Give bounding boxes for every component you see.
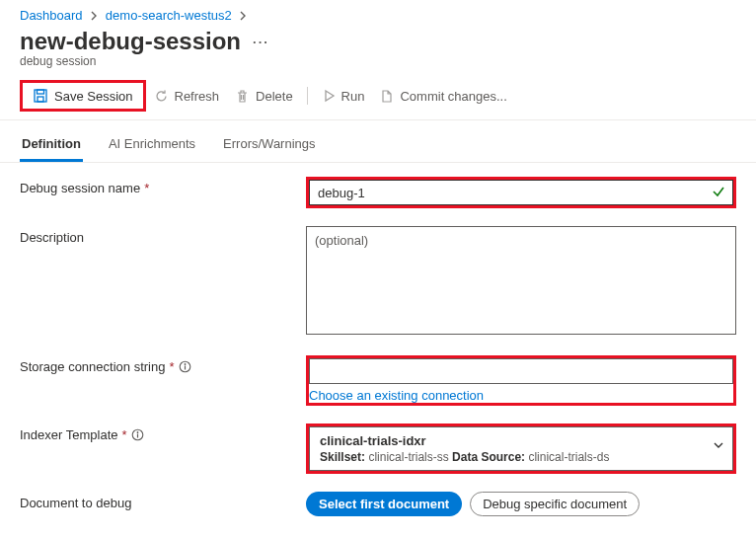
refresh-icon [154, 89, 169, 104]
description-input[interactable] [306, 226, 736, 335]
more-button[interactable]: ··· [253, 35, 269, 49]
refresh-label: Refresh [175, 89, 220, 104]
tab-errors-warnings[interactable]: Errors/Warnings [221, 130, 317, 162]
page-title: new-debug-session [20, 29, 241, 54]
skillset-label: Skillset: [320, 450, 365, 464]
select-first-document-button[interactable]: Select first document [306, 492, 462, 516]
breadcrumb-root[interactable]: Dashboard [20, 8, 83, 23]
breadcrumb-current[interactable]: demo-search-westus2 [106, 8, 232, 23]
highlight-indexer: clinical-trials-idxr Skillset: clinical-… [306, 424, 736, 474]
page-subtitle: debug session [0, 54, 756, 76]
breadcrumb: Dashboard demo-search-westus2 [0, 0, 756, 27]
chevron-right-icon [86, 8, 102, 23]
toolbar-separator [307, 87, 308, 105]
check-icon [712, 185, 725, 201]
skillset-value: clinical-trials-ss [368, 450, 448, 464]
play-icon [322, 89, 336, 103]
highlight-storage: Choose an existing connection [306, 355, 736, 406]
description-label: Description [20, 230, 84, 245]
required-icon: * [144, 181, 149, 195]
chevron-down-icon [713, 439, 724, 454]
commit-label: Commit changes... [400, 89, 506, 104]
storage-input[interactable] [309, 358, 733, 384]
run-label: Run [341, 89, 365, 104]
svg-rect-0 [35, 90, 46, 102]
svg-rect-5 [184, 366, 185, 370]
info-icon[interactable] [131, 428, 144, 441]
storage-label: Storage connection string [20, 359, 165, 374]
tab-definition[interactable]: Definition [20, 130, 83, 162]
refresh-button[interactable]: Refresh [146, 85, 228, 108]
delete-button[interactable]: Delete [227, 85, 301, 108]
toolbar: Save Session Refresh Delete Run Commit c… [0, 76, 756, 120]
save-icon [33, 88, 48, 104]
run-button[interactable]: Run [314, 85, 373, 108]
svg-rect-1 [38, 90, 44, 94]
save-button[interactable]: Save Session [25, 84, 141, 108]
svg-point-4 [184, 363, 186, 365]
datasource-value: clinical-trials-ds [528, 450, 609, 464]
name-label: Debug session name [20, 181, 140, 195]
delete-label: Delete [256, 89, 293, 104]
svg-point-7 [136, 431, 138, 433]
document-icon [380, 89, 394, 104]
indexer-value: clinical-trials-idxr [320, 433, 705, 448]
debug-specific-document-button[interactable]: Debug specific document [470, 492, 640, 516]
highlight-name [306, 177, 736, 208]
indexer-settings-expander[interactable]: Indexer Settings [20, 534, 736, 539]
highlight-save: Save Session [20, 80, 146, 112]
tab-ai-enrichments[interactable]: AI Enrichments [107, 130, 197, 162]
form: Debug session name * Description Storage… [0, 163, 756, 539]
required-icon: * [122, 427, 127, 442]
save-label: Save Session [54, 89, 133, 104]
datasource-label: Data Source: [452, 450, 525, 464]
name-input[interactable] [309, 180, 733, 205]
svg-rect-8 [136, 434, 137, 438]
commit-button[interactable]: Commit changes... [372, 85, 514, 108]
svg-rect-2 [38, 97, 43, 102]
info-icon[interactable] [179, 360, 191, 373]
required-icon: * [169, 359, 174, 374]
trash-icon [235, 89, 250, 104]
indexer-select[interactable]: clinical-trials-idxr Skillset: clinical-… [309, 426, 733, 471]
chevron-right-icon [235, 8, 251, 23]
tabs: Definition AI Enrichments Errors/Warning… [0, 120, 756, 163]
choose-connection-link[interactable]: Choose an existing connection [309, 388, 484, 403]
document-label: Document to debug [20, 496, 131, 510]
indexer-label: Indexer Template [20, 427, 118, 442]
